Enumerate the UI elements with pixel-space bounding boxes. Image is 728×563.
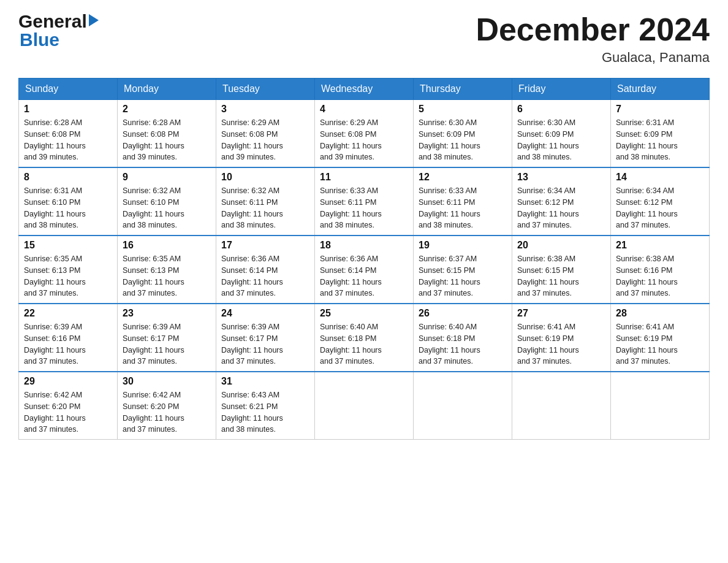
title-block: December 2024 Gualaca, Panama <box>476 12 710 66</box>
calendar-cell: 21 Sunrise: 6:38 AM Sunset: 6:16 PM Dayl… <box>611 236 710 304</box>
day-number: 7 <box>616 104 704 115</box>
calendar-cell: 17 Sunrise: 6:36 AM Sunset: 6:14 PM Dayl… <box>216 236 315 304</box>
day-info: Sunrise: 6:41 AM Sunset: 6:19 PM Dayligh… <box>517 321 605 367</box>
calendar-table: SundayMondayTuesdayWednesdayThursdayFrid… <box>18 78 710 440</box>
calendar-cell: 20 Sunrise: 6:38 AM Sunset: 6:15 PM Dayl… <box>512 236 611 304</box>
calendar-cell: 27 Sunrise: 6:41 AM Sunset: 6:19 PM Dayl… <box>512 304 611 372</box>
day-number: 21 <box>616 240 704 251</box>
calendar-week-row: 15 Sunrise: 6:35 AM Sunset: 6:13 PM Dayl… <box>19 236 710 304</box>
day-info: Sunrise: 6:38 AM Sunset: 6:15 PM Dayligh… <box>517 253 605 299</box>
calendar-cell: 3 Sunrise: 6:29 AM Sunset: 6:08 PM Dayli… <box>216 100 315 168</box>
day-info: Sunrise: 6:34 AM Sunset: 6:12 PM Dayligh… <box>517 185 605 231</box>
calendar-cell: 6 Sunrise: 6:30 AM Sunset: 6:09 PM Dayli… <box>512 100 611 168</box>
day-info: Sunrise: 6:36 AM Sunset: 6:14 PM Dayligh… <box>320 253 408 299</box>
day-info: Sunrise: 6:42 AM Sunset: 6:20 PM Dayligh… <box>123 389 211 435</box>
day-info: Sunrise: 6:42 AM Sunset: 6:20 PM Dayligh… <box>24 389 112 435</box>
calendar-cell: 14 Sunrise: 6:34 AM Sunset: 6:12 PM Dayl… <box>611 167 710 236</box>
day-info: Sunrise: 6:35 AM Sunset: 6:13 PM Dayligh… <box>24 253 112 299</box>
calendar-cell: 29 Sunrise: 6:42 AM Sunset: 6:20 PM Dayl… <box>19 372 118 440</box>
day-info: Sunrise: 6:40 AM Sunset: 6:18 PM Dayligh… <box>419 321 507 367</box>
calendar-week-row: 1 Sunrise: 6:28 AM Sunset: 6:08 PM Dayli… <box>19 100 710 168</box>
day-info: Sunrise: 6:33 AM Sunset: 6:11 PM Dayligh… <box>419 185 507 231</box>
logo: General Blue <box>18 12 99 49</box>
calendar-cell: 23 Sunrise: 6:39 AM Sunset: 6:17 PM Dayl… <box>118 304 216 372</box>
day-info: Sunrise: 6:30 AM Sunset: 6:09 PM Dayligh… <box>419 117 507 163</box>
weekday-header-sunday: Sunday <box>19 79 118 100</box>
day-info: Sunrise: 6:39 AM Sunset: 6:17 PM Dayligh… <box>123 321 211 367</box>
calendar-cell <box>611 372 710 440</box>
day-number: 8 <box>24 172 112 183</box>
day-number: 12 <box>419 172 507 183</box>
day-number: 31 <box>221 376 309 387</box>
day-info: Sunrise: 6:34 AM Sunset: 6:12 PM Dayligh… <box>616 185 704 231</box>
weekday-header-tuesday: Tuesday <box>216 79 315 100</box>
calendar-cell: 2 Sunrise: 6:28 AM Sunset: 6:08 PM Dayli… <box>118 100 216 168</box>
day-info: Sunrise: 6:33 AM Sunset: 6:11 PM Dayligh… <box>320 185 408 231</box>
calendar-cell <box>315 372 414 440</box>
calendar-cell <box>512 372 611 440</box>
calendar-cell: 18 Sunrise: 6:36 AM Sunset: 6:14 PM Dayl… <box>315 236 414 304</box>
weekday-header-saturday: Saturday <box>611 79 710 100</box>
day-info: Sunrise: 6:28 AM Sunset: 6:08 PM Dayligh… <box>24 117 112 163</box>
calendar-cell: 5 Sunrise: 6:30 AM Sunset: 6:09 PM Dayli… <box>414 100 512 168</box>
weekday-header-friday: Friday <box>512 79 611 100</box>
day-number: 26 <box>419 308 507 319</box>
calendar-week-row: 29 Sunrise: 6:42 AM Sunset: 6:20 PM Dayl… <box>19 372 710 440</box>
day-info: Sunrise: 6:30 AM Sunset: 6:09 PM Dayligh… <box>517 117 605 163</box>
month-title: December 2024 <box>476 12 710 47</box>
logo-blue-text: Blue <box>20 29 59 50</box>
weekday-header-row: SundayMondayTuesdayWednesdayThursdayFrid… <box>19 79 710 100</box>
calendar-cell: 31 Sunrise: 6:43 AM Sunset: 6:21 PM Dayl… <box>216 372 315 440</box>
day-number: 30 <box>123 376 211 387</box>
calendar-week-row: 22 Sunrise: 6:39 AM Sunset: 6:16 PM Dayl… <box>19 304 710 372</box>
day-number: 4 <box>320 104 408 115</box>
weekday-header-monday: Monday <box>118 79 216 100</box>
day-info: Sunrise: 6:28 AM Sunset: 6:08 PM Dayligh… <box>123 117 211 163</box>
day-number: 9 <box>123 172 211 183</box>
calendar-cell: 15 Sunrise: 6:35 AM Sunset: 6:13 PM Dayl… <box>19 236 118 304</box>
day-number: 15 <box>24 240 112 251</box>
day-number: 10 <box>221 172 309 183</box>
day-number: 3 <box>221 104 309 115</box>
logo-general-text: General <box>18 12 87 31</box>
day-number: 29 <box>24 376 112 387</box>
day-info: Sunrise: 6:31 AM Sunset: 6:09 PM Dayligh… <box>616 117 704 163</box>
calendar-cell: 19 Sunrise: 6:37 AM Sunset: 6:15 PM Dayl… <box>414 236 512 304</box>
location-label: Gualaca, Panama <box>476 50 710 66</box>
calendar-cell: 13 Sunrise: 6:34 AM Sunset: 6:12 PM Dayl… <box>512 167 611 236</box>
day-info: Sunrise: 6:40 AM Sunset: 6:18 PM Dayligh… <box>320 321 408 367</box>
day-number: 20 <box>517 240 605 251</box>
calendar-cell: 12 Sunrise: 6:33 AM Sunset: 6:11 PM Dayl… <box>414 167 512 236</box>
calendar-cell: 7 Sunrise: 6:31 AM Sunset: 6:09 PM Dayli… <box>611 100 710 168</box>
day-number: 24 <box>221 308 309 319</box>
day-number: 2 <box>123 104 211 115</box>
day-info: Sunrise: 6:32 AM Sunset: 6:10 PM Dayligh… <box>123 185 211 231</box>
day-info: Sunrise: 6:39 AM Sunset: 6:17 PM Dayligh… <box>221 321 309 367</box>
day-number: 17 <box>221 240 309 251</box>
day-info: Sunrise: 6:38 AM Sunset: 6:16 PM Dayligh… <box>616 253 704 299</box>
calendar-cell: 16 Sunrise: 6:35 AM Sunset: 6:13 PM Dayl… <box>118 236 216 304</box>
calendar-cell: 1 Sunrise: 6:28 AM Sunset: 6:08 PM Dayli… <box>19 100 118 168</box>
day-number: 25 <box>320 308 408 319</box>
page-header: General Blue December 2024 Gualaca, Pana… <box>18 12 710 66</box>
day-info: Sunrise: 6:32 AM Sunset: 6:11 PM Dayligh… <box>221 185 309 231</box>
day-number: 13 <box>517 172 605 183</box>
day-info: Sunrise: 6:35 AM Sunset: 6:13 PM Dayligh… <box>123 253 211 299</box>
day-number: 19 <box>419 240 507 251</box>
day-number: 18 <box>320 240 408 251</box>
weekday-header-thursday: Thursday <box>414 79 512 100</box>
day-info: Sunrise: 6:29 AM Sunset: 6:08 PM Dayligh… <box>320 117 408 163</box>
day-number: 23 <box>123 308 211 319</box>
day-number: 27 <box>517 308 605 319</box>
calendar-cell: 9 Sunrise: 6:32 AM Sunset: 6:10 PM Dayli… <box>118 167 216 236</box>
calendar-cell: 30 Sunrise: 6:42 AM Sunset: 6:20 PM Dayl… <box>118 372 216 440</box>
day-info: Sunrise: 6:29 AM Sunset: 6:08 PM Dayligh… <box>221 117 309 163</box>
calendar-cell: 4 Sunrise: 6:29 AM Sunset: 6:08 PM Dayli… <box>315 100 414 168</box>
calendar-cell: 22 Sunrise: 6:39 AM Sunset: 6:16 PM Dayl… <box>19 304 118 372</box>
day-number: 28 <box>616 308 704 319</box>
day-info: Sunrise: 6:43 AM Sunset: 6:21 PM Dayligh… <box>221 389 309 435</box>
calendar-cell: 26 Sunrise: 6:40 AM Sunset: 6:18 PM Dayl… <box>414 304 512 372</box>
calendar-cell: 24 Sunrise: 6:39 AM Sunset: 6:17 PM Dayl… <box>216 304 315 372</box>
calendar-week-row: 8 Sunrise: 6:31 AM Sunset: 6:10 PM Dayli… <box>19 167 710 236</box>
calendar-cell: 10 Sunrise: 6:32 AM Sunset: 6:11 PM Dayl… <box>216 167 315 236</box>
